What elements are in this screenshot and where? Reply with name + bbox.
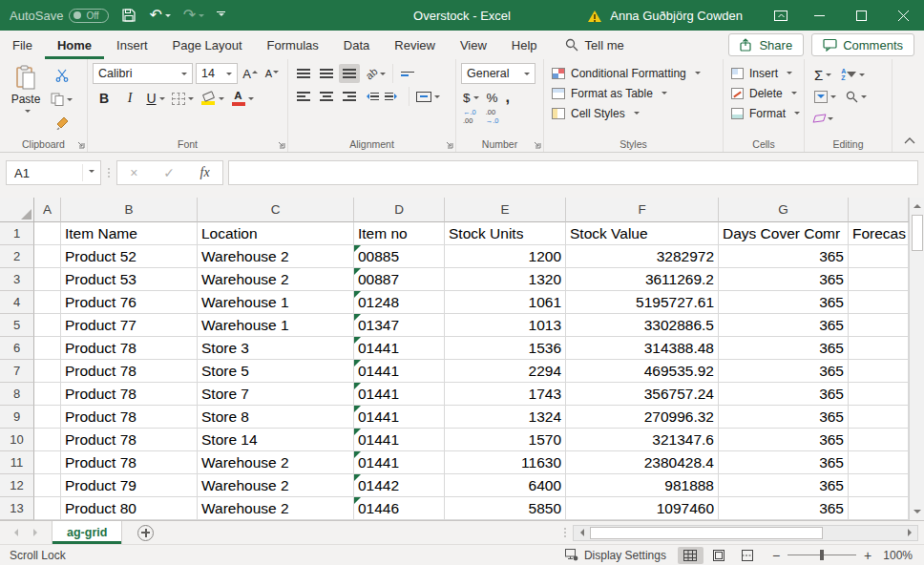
cancel-entry-button[interactable]: × [130, 166, 137, 179]
cell-styles-button[interactable]: Cell Styles [552, 103, 718, 123]
comma-style-button[interactable]: , [506, 88, 510, 107]
cell[interactable] [849, 474, 909, 497]
align-left-button[interactable] [293, 87, 314, 106]
cell[interactable]: Product 78 [61, 429, 198, 451]
cell[interactable] [849, 337, 909, 360]
format-painter-button[interactable] [51, 114, 73, 133]
tab-formulas[interactable]: Formulas [255, 31, 331, 59]
font-color-button[interactable]: A [231, 89, 254, 108]
cell[interactable]: Product 78 [61, 337, 198, 360]
tell-me-button[interactable]: Tell me [565, 31, 624, 59]
orientation-button[interactable]: ab [366, 68, 386, 79]
row-header-1[interactable]: 1 [0, 222, 34, 245]
cell[interactable]: Product 53 [61, 268, 198, 291]
cell[interactable] [34, 245, 61, 268]
zoom-out-button[interactable]: − [772, 549, 780, 562]
italic-button[interactable]: I [120, 89, 139, 108]
scroll-right-button[interactable] [902, 526, 917, 540]
cell[interactable] [34, 337, 61, 360]
percent-style-button[interactable]: % [487, 88, 498, 107]
decrease-decimal-button[interactable]: .00→.0 [486, 109, 499, 125]
merge-center-button[interactable] [416, 87, 440, 106]
cell[interactable]: 365 [719, 337, 849, 360]
cut-button[interactable] [51, 66, 73, 85]
redo-button[interactable]: ↷ [183, 8, 204, 23]
clear-button[interactable] [814, 109, 833, 128]
column-header-partial[interactable] [849, 198, 909, 222]
cell[interactable]: 356757.24 [566, 383, 719, 406]
cell[interactable]: 365 [719, 474, 849, 497]
cell[interactable] [849, 451, 909, 474]
decrease-indent-button[interactable] [362, 87, 381, 106]
scroll-down-button[interactable] [910, 504, 924, 520]
column-header-B[interactable]: B [61, 198, 198, 222]
cell[interactable]: Forecas [849, 222, 909, 245]
cell[interactable]: 5850 [445, 497, 566, 520]
cell[interactable]: Stock Units [445, 222, 566, 245]
cell[interactable]: Location [198, 222, 354, 245]
cell[interactable]: 469535.92 [566, 360, 719, 383]
cell[interactable]: 1097460 [566, 497, 719, 520]
cell[interactable]: 01441 [354, 337, 445, 360]
customize-quick-access-button[interactable] [217, 11, 225, 20]
zoom-slider-handle[interactable] [820, 550, 824, 560]
row-header-13[interactable]: 13 [0, 497, 34, 520]
cell[interactable]: Product 76 [61, 291, 198, 314]
row-header-12[interactable]: 12 [0, 474, 34, 497]
cell[interactable]: 3302886.5 [566, 314, 719, 337]
tab-file[interactable]: File [0, 31, 45, 59]
middle-align-button[interactable] [316, 64, 337, 83]
cell[interactable] [849, 314, 909, 337]
conditional-formatting-button[interactable]: Conditional Formatting [552, 63, 718, 83]
row-header-8[interactable]: 8 [0, 383, 34, 406]
row-header-2[interactable]: 2 [0, 245, 34, 268]
cell[interactable]: Warehouse 2 [198, 474, 354, 497]
cell[interactable]: 01441 [354, 451, 445, 474]
font-name-select[interactable]: Calibri [93, 63, 193, 84]
next-sheet-button[interactable] [33, 529, 41, 536]
cell[interactable]: 01442 [354, 474, 445, 497]
select-all-corner[interactable] [0, 198, 34, 222]
row-header-3[interactable]: 3 [0, 268, 34, 291]
font-dialog-launcher[interactable] [276, 139, 285, 149]
cell[interactable] [34, 451, 61, 474]
cell[interactable]: Warehouse 2 [198, 245, 354, 268]
number-dialog-launcher[interactable] [532, 139, 541, 149]
cell[interactable]: 01446 [354, 497, 445, 520]
vertical-scrollbar-thumb[interactable] [912, 215, 923, 251]
cell[interactable]: 365 [719, 451, 849, 474]
name-box-dropdown[interactable] [83, 170, 100, 176]
borders-button[interactable] [172, 89, 194, 108]
cell[interactable]: Store 3 [198, 337, 354, 360]
cell[interactable]: 01248 [354, 291, 445, 314]
column-header-C[interactable]: C [198, 198, 354, 222]
wrap-text-button[interactable] [400, 64, 419, 83]
cell[interactable]: 1013 [445, 314, 566, 337]
cell[interactable]: 1743 [445, 383, 566, 406]
increase-decimal-button[interactable]: ←.0.00 [463, 109, 476, 125]
cell[interactable]: Product 78 [61, 406, 198, 429]
align-right-button[interactable] [339, 87, 360, 106]
cell[interactable]: Product 80 [61, 497, 198, 520]
insert-cells-button[interactable]: Insert [731, 63, 799, 83]
tab-data[interactable]: Data [331, 31, 382, 59]
cell[interactable]: 314388.48 [566, 337, 719, 360]
cell[interactable]: Store 5 [198, 360, 354, 383]
tab-scroll-splitter[interactable] [564, 528, 566, 537]
collapse-ribbon-button[interactable] [904, 137, 915, 144]
normal-view-button[interactable] [678, 547, 704, 564]
delete-cells-button[interactable]: Delete [731, 83, 799, 103]
format-as-table-button[interactable]: Format as Table [552, 83, 718, 103]
save-button[interactable] [121, 8, 136, 23]
row-header-6[interactable]: 6 [0, 337, 34, 360]
cell[interactable] [34, 360, 61, 383]
cell[interactable] [849, 360, 909, 383]
cell[interactable]: 01441 [354, 360, 445, 383]
autosave-toggle[interactable]: AutoSave Off [10, 9, 109, 23]
format-cells-button[interactable]: Format [731, 103, 799, 123]
cell[interactable]: 3611269.2 [566, 268, 719, 291]
cell[interactable] [34, 314, 61, 337]
close-button[interactable] [882, 0, 924, 31]
row-header-10[interactable]: 10 [0, 429, 34, 451]
cell[interactable]: 01441 [354, 383, 445, 406]
